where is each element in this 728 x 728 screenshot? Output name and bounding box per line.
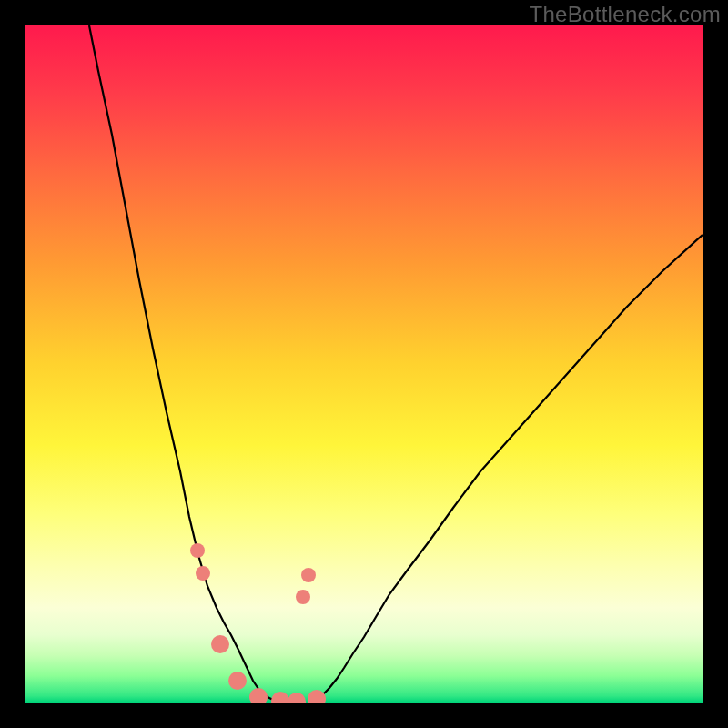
- highlight-dot: [196, 566, 210, 581]
- watermark-text: TheBottleneck.com: [529, 2, 721, 27]
- highlight-dot: [211, 635, 229, 653]
- highlight-dots-group: [190, 543, 326, 703]
- chart-plot-area: [25, 25, 703, 703]
- chart-svg: [25, 25, 703, 703]
- highlight-dot: [271, 692, 289, 703]
- left-curve: [89, 25, 282, 703]
- highlight-dot: [296, 590, 310, 604]
- highlight-dot: [249, 688, 268, 703]
- chart-frame: TheBottleneck.com: [0, 0, 728, 728]
- highlight-dot: [308, 690, 326, 703]
- highlight-dot: [288, 693, 306, 703]
- highlight-dot: [228, 672, 247, 690]
- highlight-dot: [190, 543, 205, 558]
- right-curve: [309, 235, 703, 703]
- highlight-dot: [301, 568, 316, 582]
